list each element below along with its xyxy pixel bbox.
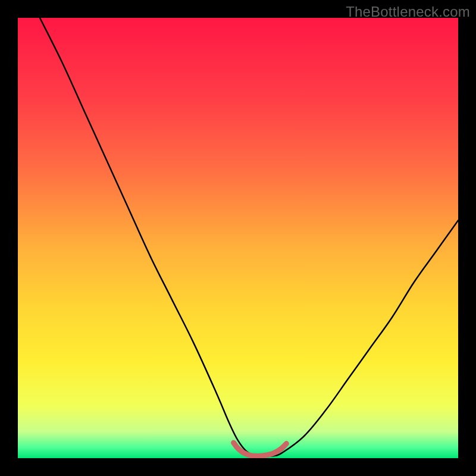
- bottleneck-curve: [40, 18, 458, 456]
- watermark-text: TheBottleneck.com: [346, 4, 470, 20]
- curve-layer: [18, 18, 458, 458]
- chart-frame: TheBottleneck.com: [0, 0, 476, 476]
- plot-area: [18, 18, 458, 458]
